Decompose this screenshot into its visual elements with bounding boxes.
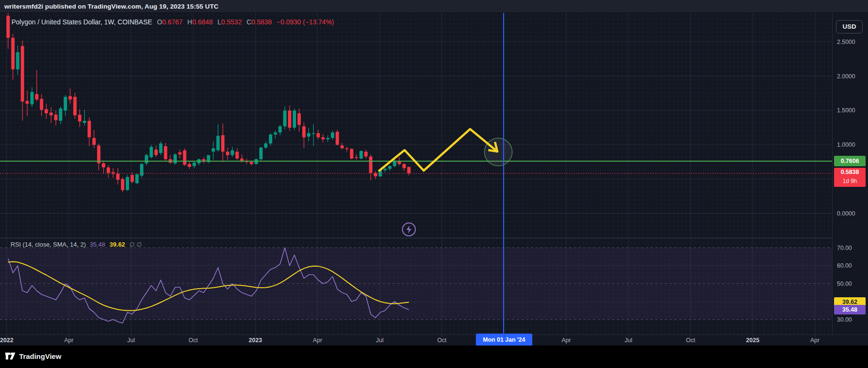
- time-tick: [504, 335, 505, 337]
- high-label: H: [187, 18, 192, 26]
- rsi-tick-label: 30.00: [837, 316, 852, 324]
- tradingview-wordmark: TradingView: [19, 352, 61, 360]
- bar-countdown: 1d 9h: [834, 177, 866, 186]
- time-tick-label: Jul: [365, 337, 394, 344]
- time-tick-label: Apr: [303, 337, 332, 344]
- rsi-indicator-legend[interactable]: RSI (14, close, SMA, 14, 2)35.4839.62∅ ∅: [11, 241, 142, 248]
- rsi-value: 39.62: [110, 241, 125, 248]
- time-tick-label: 2022: [0, 337, 21, 344]
- price-tick-label: 2.5000: [837, 38, 855, 46]
- time-tick-label: Jul: [614, 337, 643, 344]
- change-value: −0.0930 (−13.74%): [276, 18, 334, 26]
- price-tick-label: 1.0000: [837, 141, 855, 149]
- price-rsi-chart-canvas[interactable]: [0, 0, 868, 335]
- rsi-tick-label: 60.00: [837, 262, 852, 270]
- price-tick-label: 0.0000: [837, 210, 855, 217]
- rsi-badge: 35.48: [834, 305, 866, 314]
- time-tick-label: Apr: [801, 337, 829, 344]
- time-tick-label: Oct: [179, 337, 208, 344]
- tradingview-brand[interactable]: TradingView: [5, 351, 61, 361]
- time-tick-label: Jul: [117, 337, 145, 344]
- price-tick-label: 2.0000: [837, 73, 855, 80]
- price-axis[interactable]: USD 2.50002.00001.50001.00000.000070.006…: [832, 13, 868, 335]
- time-tick-label: 2023: [241, 337, 270, 344]
- rsi-ma-value: 35.48: [90, 241, 106, 248]
- publish-status-text: writersmfd2i published on TradingView.co…: [4, 3, 219, 10]
- close-value: 0.5838: [252, 18, 272, 26]
- rsi-title: RSI (14, close, SMA, 14, 2): [11, 241, 86, 248]
- time-tick-label: 2025: [738, 337, 767, 344]
- symbol-title: Polygon / United States Dollar, 1W, COIN…: [11, 18, 152, 26]
- low-value: 0.5532: [221, 18, 242, 26]
- support-level-price-badge: 0.7606: [834, 156, 866, 166]
- last-price-value: 0.5838: [834, 168, 866, 177]
- rsi-null-values: ∅ ∅: [130, 241, 142, 248]
- close-label: C: [246, 18, 251, 26]
- price-tick-label: 1.5000: [837, 107, 855, 114]
- rsi-tick-label: 50.00: [837, 280, 852, 288]
- time-tick-label: Apr: [552, 337, 581, 344]
- symbol-legend[interactable]: Polygon / United States Dollar, 1W, COIN…: [11, 18, 334, 26]
- low-label: L: [218, 18, 221, 26]
- footer-bar: TradingView: [0, 346, 868, 368]
- open-label: O: [157, 18, 162, 26]
- time-tick-label: Apr: [55, 337, 83, 344]
- last-price-badge: 0.5838 1d 9h: [834, 168, 866, 187]
- time-tick-label: Oct: [428, 337, 456, 344]
- currency-toggle-button[interactable]: USD: [836, 20, 863, 33]
- tradingview-logo-icon: [5, 351, 16, 361]
- high-value: 0.6848: [192, 18, 213, 26]
- time-axis[interactable]: Mon 01 Jan '24 2022AprJulOct2023AprJulOc…: [0, 335, 868, 346]
- tradingview-chart-window: writersmfd2i published on TradingView.co…: [0, 0, 868, 368]
- rsi-tick-label: 70.00: [837, 244, 852, 252]
- time-tick-label: Oct: [676, 337, 705, 344]
- open-value: 0.6767: [162, 18, 183, 26]
- publish-status-bar: writersmfd2i published on TradingView.co…: [0, 0, 868, 13]
